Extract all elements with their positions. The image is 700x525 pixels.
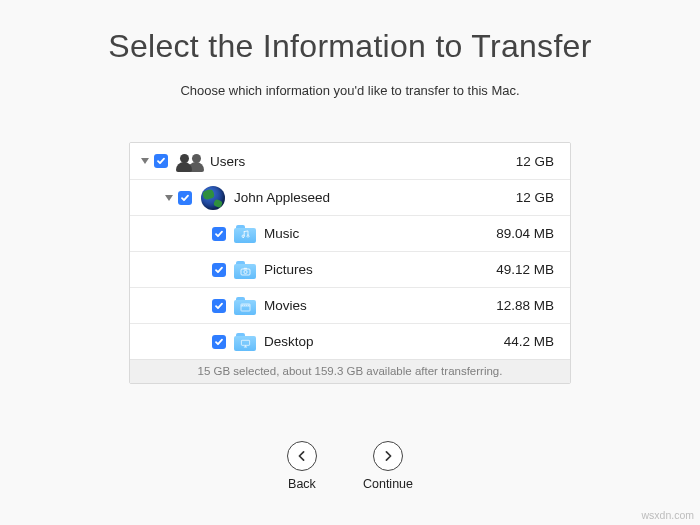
- arrow-right-circle-icon: [373, 441, 403, 471]
- checkbox-folder[interactable]: [212, 299, 226, 313]
- disclosure-triangle-icon[interactable]: [136, 158, 150, 164]
- svg-rect-0: [241, 269, 250, 275]
- tree-size: 89.04 MB: [496, 226, 554, 241]
- svg-point-2: [243, 270, 246, 273]
- transfer-tree: Users 12 GB John Appleseed 12 GB: [130, 143, 570, 359]
- tree-label: Movies: [264, 298, 496, 313]
- users-icon: [176, 148, 202, 174]
- tree-row-folder[interactable]: Movies 12.88 MB: [130, 287, 570, 323]
- tree-label: Users: [210, 154, 516, 169]
- tree-row-account[interactable]: John Appleseed 12 GB: [130, 179, 570, 215]
- tree-size: 12 GB: [516, 190, 554, 205]
- disclosure-triangle-icon[interactable]: [160, 195, 174, 201]
- tree-label: Desktop: [264, 334, 504, 349]
- checkbox-folder[interactable]: [212, 335, 226, 349]
- transfer-panel: Users 12 GB John Appleseed 12 GB: [129, 142, 571, 384]
- tree-size: 49.12 MB: [496, 262, 554, 277]
- tree-row-users[interactable]: Users 12 GB: [130, 143, 570, 179]
- checkbox-users[interactable]: [154, 154, 168, 168]
- svg-rect-1: [243, 267, 247, 269]
- footer-controls: Back Continue: [287, 419, 413, 525]
- tree-row-folder[interactable]: Music 89.04 MB: [130, 215, 570, 251]
- status-line: 15 GB selected, about 159.3 GB available…: [130, 359, 570, 383]
- svg-rect-9: [241, 340, 249, 345]
- continue-label: Continue: [363, 477, 413, 491]
- back-label: Back: [288, 477, 316, 491]
- folder-movies-icon: [234, 295, 256, 317]
- checkbox-folder[interactable]: [212, 227, 226, 241]
- tree-size: 44.2 MB: [504, 334, 554, 349]
- checkbox-account[interactable]: [178, 191, 192, 205]
- tree-label: Music: [264, 226, 496, 241]
- watermark: wsxdn.com: [641, 509, 694, 521]
- folder-music-icon: [234, 223, 256, 245]
- folder-desktop-icon: [234, 331, 256, 353]
- tree-row-folder[interactable]: Pictures 49.12 MB: [130, 251, 570, 287]
- tree-label: John Appleseed: [234, 190, 516, 205]
- page-subtitle: Choose which information you'd like to t…: [180, 83, 519, 98]
- tree-row-folder[interactable]: Desktop 44.2 MB: [130, 323, 570, 359]
- arrow-left-circle-icon: [287, 441, 317, 471]
- page-title: Select the Information to Transfer: [108, 28, 591, 65]
- continue-button[interactable]: Continue: [363, 441, 413, 491]
- checkbox-folder[interactable]: [212, 263, 226, 277]
- back-button[interactable]: Back: [287, 441, 317, 491]
- tree-label: Pictures: [264, 262, 496, 277]
- tree-size: 12 GB: [516, 154, 554, 169]
- folder-pictures-icon: [234, 259, 256, 281]
- earth-icon: [200, 185, 226, 211]
- tree-size: 12.88 MB: [496, 298, 554, 313]
